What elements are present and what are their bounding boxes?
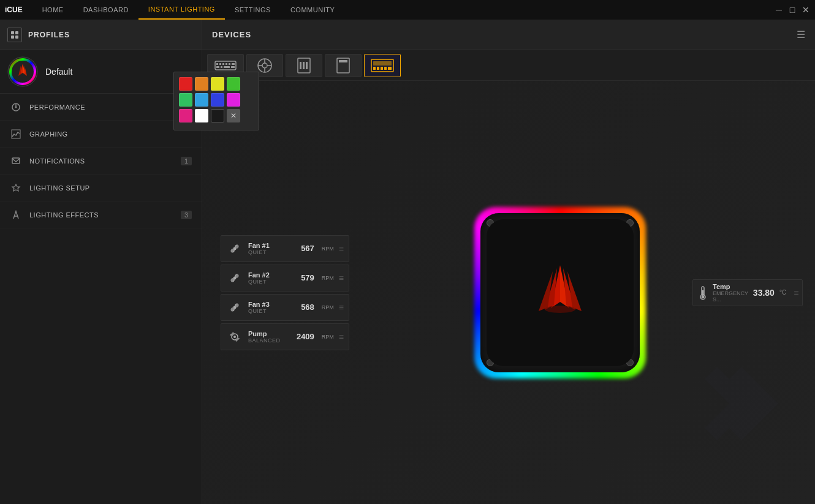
fan-1-menu[interactable]: ≡ <box>339 244 344 254</box>
svg-rect-3 <box>15 36 18 39</box>
tab-instant-lighting[interactable]: INSTANT LIGHTING <box>138 0 225 20</box>
svg-rect-0 <box>11 31 14 34</box>
palette-row-3: ✕ <box>179 109 254 122</box>
fan-card-1[interactable]: Fan #1 QUIET 567 RPM ≡ <box>221 235 349 262</box>
device-toolbar <box>202 50 815 81</box>
color-orange[interactable] <box>195 77 208 91</box>
profile-name: Default <box>45 67 72 77</box>
fan-1-unit: RPM <box>322 246 334 252</box>
color-blue[interactable] <box>195 93 208 107</box>
color-purple[interactable] <box>227 93 240 107</box>
sidebar-item-performance-label: PERFORMANCE <box>29 103 181 111</box>
performance-icon <box>10 101 22 113</box>
tab-settings[interactable]: SETTINGS <box>225 0 281 20</box>
device-inner <box>487 219 634 366</box>
pump-menu[interactable]: ≡ <box>339 332 344 342</box>
fan-1-icon <box>226 240 243 257</box>
svg-rect-21 <box>232 63 235 65</box>
temp-sublabel: EMERGENCY S... <box>713 290 748 303</box>
svg-rect-40 <box>373 67 376 70</box>
color-teal[interactable] <box>179 93 192 107</box>
profile-item[interactable]: Default ✕ <box>0 50 202 94</box>
svg-point-27 <box>262 63 267 68</box>
pump-mode: BALANCED <box>248 337 292 344</box>
pump-rpm: 2409 <box>297 332 314 341</box>
fan-2-mode: QUIET <box>248 279 296 285</box>
fan-2-icon <box>226 269 243 287</box>
fan-2-menu[interactable]: ≡ <box>339 273 344 283</box>
svg-rect-19 <box>226 63 227 65</box>
lighting-setup-icon <box>10 182 22 194</box>
color-yellow[interactable] <box>211 77 224 91</box>
thermometer-icon <box>698 285 708 300</box>
svg-rect-15 <box>215 61 236 70</box>
profiles-icon <box>7 28 22 42</box>
svg-rect-33 <box>300 62 301 69</box>
tab-home[interactable]: HOME <box>32 0 74 20</box>
lighting-effects-icon <box>10 209 22 221</box>
svg-rect-16 <box>216 63 218 65</box>
sidebar-item-performance[interactable]: PERFORMANCE 4 <box>0 94 202 121</box>
svg-point-58 <box>545 306 575 313</box>
svg-rect-37 <box>339 60 347 62</box>
svg-rect-22 <box>216 66 219 68</box>
device-btn-4[interactable] <box>325 54 362 77</box>
svg-point-51 <box>233 336 236 338</box>
graph-icon <box>10 128 22 140</box>
color-red[interactable] <box>179 77 192 91</box>
device-btn-3[interactable] <box>286 54 322 77</box>
palette-close-button[interactable]: ✕ <box>227 109 240 122</box>
devices-menu-icon[interactable]: ☰ <box>797 29 805 40</box>
right-panel: DEVICES ☰ <box>202 20 815 504</box>
sidebar-item-graphing-label: GRAPHING <box>29 130 192 138</box>
fan-card-2[interactable]: Fan #2 QUIET 579 RPM ≡ <box>221 265 349 291</box>
pump-card[interactable]: Pump BALANCED 2409 RPM ≡ <box>221 323 349 350</box>
fan-1-name: Fan #1 <box>248 242 296 249</box>
device-visual <box>474 207 646 378</box>
fan-card-3[interactable]: Fan #3 QUIET 568 RPM ≡ <box>221 294 349 321</box>
svg-rect-43 <box>384 67 387 70</box>
color-indigo[interactable] <box>211 93 224 107</box>
sidebar-item-lighting-setup[interactable]: LIGHTING SETUP <box>0 175 202 201</box>
svg-rect-25 <box>231 66 235 68</box>
svg-rect-35 <box>306 62 308 69</box>
fan-2-unit: RPM <box>322 275 334 281</box>
main-layout: PROFILES <box>0 20 815 504</box>
fan-1-rpm: 567 <box>301 244 314 253</box>
sidebar-item-graphing[interactable]: GRAPHING <box>0 121 202 148</box>
profiles-header[interactable]: PROFILES <box>0 20 202 50</box>
sidebar-item-notifications[interactable]: NOTIFICATIONS 1 <box>0 148 202 175</box>
temp-menu[interactable]: ≡ <box>794 288 798 298</box>
tab-dashboard[interactable]: DASHBOARD <box>74 0 138 20</box>
fan-3-unit: RPM <box>322 304 334 310</box>
svg-rect-17 <box>219 63 221 65</box>
fan-3-icon <box>226 299 243 316</box>
maximize-button[interactable]: □ <box>788 6 797 14</box>
fan-3-menu[interactable]: ≡ <box>339 303 344 312</box>
color-green[interactable] <box>227 77 240 91</box>
palette-row-1 <box>179 77 254 91</box>
svg-point-62 <box>702 295 705 298</box>
color-pink[interactable] <box>179 109 192 122</box>
sidebar-item-lighting-setup-label: LIGHTING SETUP <box>29 184 192 192</box>
titlebar-controls: ─ □ ✕ <box>775 6 810 14</box>
minimize-button[interactable]: ─ <box>775 6 783 14</box>
pump-icon <box>226 328 243 345</box>
temp-info: Temp EMERGENCY S... <box>713 283 748 303</box>
svg-rect-39 <box>373 61 392 66</box>
device-btn-5[interactable] <box>364 54 401 77</box>
color-black[interactable] <box>211 109 224 122</box>
sidebar-item-lighting-effects-count: 3 <box>181 211 192 219</box>
color-white[interactable] <box>195 109 208 122</box>
notification-icon <box>10 155 22 167</box>
close-button[interactable]: ✕ <box>802 6 810 14</box>
titlebar-left: iCUE HOME DASHBOARD INSTANT LIGHTING SET… <box>5 0 344 20</box>
svg-rect-41 <box>377 67 379 70</box>
color-palette: ✕ <box>173 72 259 130</box>
pump-name: Pump <box>248 330 292 337</box>
tab-community[interactable]: COMMUNITY <box>281 0 344 20</box>
sidebar-item-lighting-effects[interactable]: LIGHTING EFFECTS 3 <box>0 201 202 228</box>
temp-card[interactable]: Temp EMERGENCY S... 33.80 °C ≡ <box>692 279 803 306</box>
devices-title: DEVICES <box>212 30 251 39</box>
sidebar-item-lighting-effects-label: LIGHTING EFFECTS <box>29 211 181 219</box>
